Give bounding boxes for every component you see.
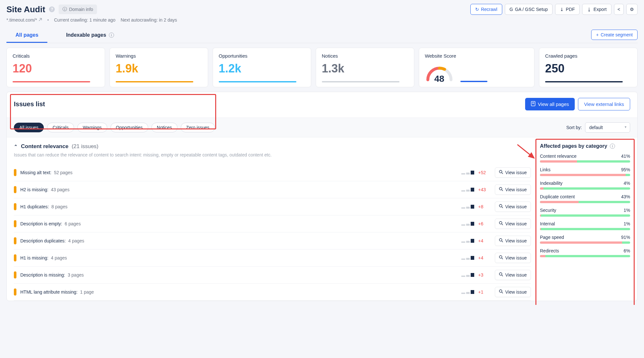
view-issue-label: View issue [505,289,527,295]
create-segment-label: Create segment [601,32,633,37]
category-row[interactable]: Links 95% [540,167,630,176]
view-issue-label: View issue [505,221,527,226]
card-website-score[interactable]: Website Score 48 [419,48,534,87]
severity-indicator [14,288,16,296]
card-criticals[interactable]: Criticals 120 [6,48,105,87]
category-row[interactable]: Internal 1% [540,221,630,230]
card-warnings[interactable]: Warnings 1.9k [110,48,208,87]
recrawl-button[interactable]: ↻ Recrawl [470,4,502,15]
issue-name[interactable]: Description is missing: [20,272,65,278]
export-button[interactable]: ⭳ Export [582,4,611,15]
category-row[interactable]: Security 1% [540,208,630,217]
card-bar [545,81,623,82]
share-button[interactable]: < [614,4,624,15]
card-notices[interactable]: Notices 1.3k [316,48,414,87]
issue-delta: +52 [478,170,491,175]
card-value: 250 [545,62,631,75]
category-name: Links [540,167,551,172]
category-row[interactable]: Page speed 91% [540,235,630,244]
issue-name[interactable]: H1 is missing: [20,255,48,260]
card-bar [219,81,296,82]
domain-info-button[interactable]: ⓘ Domain info [59,5,97,14]
issue-row: HTML lang attribute missing: 1 page +1 V… [14,284,531,301]
download-icon: ⭳ [587,7,591,12]
severity-indicator [14,271,16,278]
search-icon [499,187,503,192]
view-external-links-button[interactable]: View external links [578,98,630,110]
svg-line-8 [502,207,503,208]
view-issue-button[interactable]: View issue [495,202,531,212]
view-issue-button[interactable]: View issue [495,219,531,229]
tab-indexable-label: Indexable pages [66,32,106,38]
filter-zero-issues[interactable]: Zero issues [181,123,215,132]
info-icon[interactable]: i [610,144,615,149]
svg-point-11 [499,239,502,241]
sparkline [461,205,474,209]
category-row[interactable]: Duplicate content 43% [540,194,630,203]
tab-all-pages[interactable]: All pages [6,28,47,43]
sparkline [461,222,474,226]
tab-indexable-pages[interactable]: Indexable pages i [57,28,123,43]
category-percent: 4% [624,181,630,186]
info-icon[interactable]: i [109,33,114,38]
gsc-setup-button[interactable]: G GA / GSC Setup [505,4,553,15]
settings-button[interactable]: ⚙ [626,4,638,15]
sort-select[interactable]: default [585,122,630,133]
create-segment-button[interactable]: + Create segment [591,30,638,40]
card-label: Crawled pages [545,53,631,59]
svg-line-16 [502,275,503,276]
issue-name[interactable]: H1 duplicates: [20,204,49,209]
domain-text: *.timeout.com/* [6,17,37,23]
svg-line-6 [502,190,503,191]
view-issue-button[interactable]: View issue [495,287,531,297]
category-name: Redirects [540,248,559,253]
view-issue-button[interactable]: View issue [495,236,531,246]
search-icon [499,170,503,175]
category-name: Content relevance [540,154,577,159]
filter-all-issues[interactable]: All issues [14,123,44,132]
severity-indicator [14,254,16,261]
card-crawled-pages[interactable]: Crawled pages 250 [539,48,638,87]
category-row[interactable]: Redirects 6% [540,248,630,257]
category-row[interactable]: Indexability 4% [540,181,630,190]
filter-notices[interactable]: Notices [151,123,178,132]
svg-point-3 [499,170,502,173]
svg-point-9 [499,221,502,224]
svg-line-4 [502,173,503,174]
issue-name[interactable]: Missing alt text: [20,170,51,175]
svg-line-14 [502,258,503,259]
filter-opportunities[interactable]: Opportunities [111,123,148,132]
svg-point-7 [499,204,502,207]
filter-criticals[interactable]: Criticals [47,123,74,132]
issue-name[interactable]: HTML lang attribute missing: [20,289,78,295]
view-issue-button[interactable]: View issue [495,253,531,263]
domain-info-label: Domain info [69,7,93,12]
card-value: 120 [13,62,99,75]
category-row[interactable]: Content relevance 41% [540,154,630,163]
issue-name[interactable]: Description is empty: [20,221,62,226]
svg-line-10 [502,224,503,225]
issue-delta: +6 [478,221,491,226]
category-percent: 1% [624,221,630,226]
issue-name[interactable]: H2 is missing: [20,187,48,192]
issue-group-header[interactable]: ⌃ Content relevance (21 issues) [14,143,531,150]
view-all-pages-button[interactable]: View all pages [525,98,575,110]
domain-label[interactable]: *.timeout.com/* [6,17,42,23]
category-name: Security [540,208,556,213]
category-bar [540,214,630,217]
document-icon [531,101,535,107]
svg-line-18 [502,292,503,293]
card-opportunities[interactable]: Opportunities 1.2k [213,48,311,87]
view-issue-button[interactable]: View issue [495,270,531,280]
help-icon[interactable]: ? [49,6,55,12]
external-link-icon [38,18,42,22]
severity-indicator [14,220,16,227]
filter-warnings[interactable]: Warnings [77,123,107,132]
view-issue-button[interactable]: View issue [495,184,531,195]
issue-name[interactable]: Description duplicates: [20,238,66,243]
search-icon [499,204,503,209]
pdf-button[interactable]: ⤓ PDF [555,4,580,15]
issue-delta: +4 [478,255,491,260]
view-issue-button[interactable]: View issue [495,167,531,178]
recrawl-label: Recrawl [481,7,497,12]
